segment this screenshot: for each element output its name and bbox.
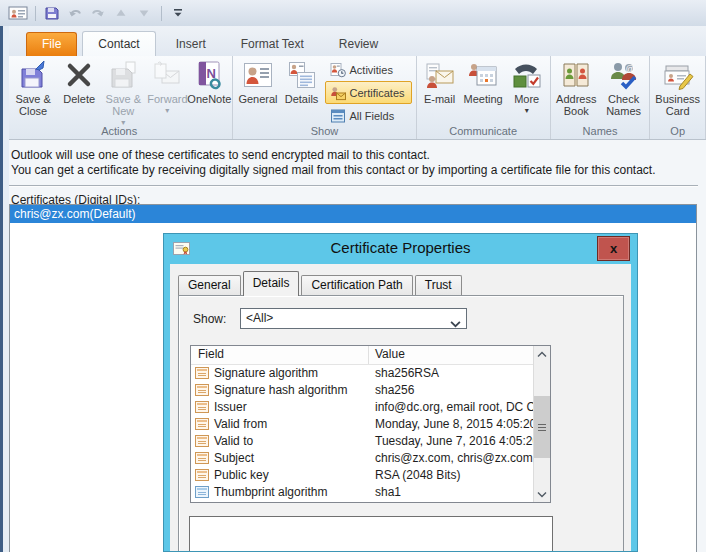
group-label: Actions [6, 125, 232, 137]
button-label: All Fields [350, 110, 395, 122]
more-icon [511, 59, 543, 91]
field-cell: Valid from [191, 417, 369, 431]
all-fields-button[interactable]: All Fields [325, 104, 412, 127]
save-close-icon [17, 59, 49, 91]
list-item[interactable]: chris@zx.com(Default) [10, 205, 696, 223]
field-cell: Valid to [191, 434, 369, 448]
field-value: RSA (2048 Bits) [369, 468, 534, 482]
down-arrow-icon [137, 6, 151, 20]
table-row[interactable]: Valid toTuesday, June 7, 2016 4:05:20... [191, 432, 534, 449]
table-row[interactable]: Valid fromMonday, June 8, 2015 4:05:20 .… [191, 415, 534, 432]
table-row[interactable]: Signature hash algorithmsha256 [191, 381, 534, 398]
outlook-contact-window: FileContactInsertFormat TextReview Save … [0, 0, 706, 552]
business-card-button[interactable]: Business Card [652, 57, 703, 123]
address-book-button[interactable]: Address Book [553, 57, 600, 123]
close-button[interactable]: x [597, 236, 630, 261]
dialog-tab-general[interactable]: General [178, 275, 241, 295]
save-icon [44, 5, 60, 21]
cert-field-icon [195, 452, 209, 464]
button-label: Meeting [464, 93, 503, 105]
table-row[interactable]: Public keyRSA (2048 Bits) [191, 466, 534, 483]
dialog-tab-details[interactable]: Details [243, 271, 300, 296]
quick-access-toolbar [0, 0, 706, 26]
details-icon [286, 59, 318, 91]
contact-card-icon [8, 5, 28, 21]
qat-save-button[interactable] [41, 3, 63, 23]
cert-field-icon [195, 384, 209, 396]
details-tab-pane: Show: <All> Field Value Signature algori… [178, 295, 624, 551]
dialog-title: Certificate Properties [164, 239, 637, 256]
show-dropdown-value: <All> [246, 311, 273, 325]
cert-prop-icon [195, 486, 209, 498]
table-row[interactable]: Subjectchris@zx.com, chris@zx.com [191, 449, 534, 466]
scroll-up-button[interactable] [534, 346, 550, 362]
field-name: Subject [214, 451, 254, 465]
scroll-down-button[interactable] [534, 486, 550, 502]
group-label: Names [551, 125, 650, 137]
info-line-1: Outlook will use one of these certificat… [11, 148, 706, 163]
all-fields-icon [330, 108, 346, 124]
button-label: Delete [63, 93, 95, 105]
details-button[interactable]: Details [281, 57, 323, 123]
button-label: Check Names [603, 93, 645, 117]
scroll-up-icon [537, 347, 547, 361]
dialog-tab-trust[interactable]: Trust [415, 275, 462, 295]
save-close-button[interactable]: Save & Close [8, 57, 58, 123]
table-scrollbar[interactable] [533, 346, 550, 502]
tab-format-text[interactable]: Format Text [226, 32, 319, 56]
qat-qat-menu-button[interactable] [167, 3, 189, 23]
field-value: Monday, June 8, 2015 4:05:20 ... [369, 417, 534, 431]
onenote-button[interactable]: NOneNote [188, 57, 230, 123]
delete-button[interactable]: Delete [58, 57, 100, 123]
meeting-button[interactable]: Meeting [461, 57, 506, 123]
tab-contact[interactable]: Contact [82, 31, 155, 56]
field-column-header[interactable]: Field [191, 346, 369, 364]
cert-field-icon [195, 367, 209, 379]
ribbon-tabs: FileContactInsertFormat TextReview [3, 26, 706, 56]
check-names-icon: @ [608, 59, 640, 91]
dialog-tab-certification-path[interactable]: Certification Path [301, 275, 412, 295]
general-icon [242, 59, 274, 91]
delete-icon [63, 59, 95, 91]
button-label: E-mail [424, 93, 455, 105]
separator-line [9, 185, 698, 187]
undo-icon [67, 5, 83, 21]
table-row[interactable]: Thumbprint algorithmsha1 [191, 483, 534, 500]
table-row[interactable]: Issuerinfo@dc.org, email root, DC Co... [191, 398, 534, 415]
field-value: chris@zx.com, chris@zx.com [369, 451, 534, 465]
button-label: Address Book [556, 93, 597, 117]
tab-review[interactable]: Review [324, 32, 393, 56]
value-column-header[interactable]: Value [369, 346, 534, 364]
forward-icon [151, 59, 183, 91]
cert-field-icon [195, 418, 209, 430]
check-names-button[interactable]: @Check Names [600, 57, 648, 123]
ribbon-group-op: Business CardOp [650, 56, 706, 139]
tab-file[interactable]: File [26, 32, 77, 56]
show-dropdown[interactable]: <All> [240, 308, 467, 329]
field-value: info@dc.org, email root, DC Co... [369, 400, 534, 414]
certificates-button[interactable]: Certificates [325, 81, 412, 104]
general-button[interactable]: General [235, 57, 280, 123]
save-new-icon [107, 59, 139, 91]
more-button[interactable]: More▾ [506, 57, 548, 123]
cert-field-icon [195, 469, 209, 481]
qat-contact-card-button[interactable] [7, 3, 29, 23]
field-name: Signature algorithm [214, 366, 318, 380]
cert-field-icon [195, 401, 209, 413]
button-label: Details [285, 93, 319, 105]
field-value: sha256 [369, 383, 534, 397]
e-mail-button[interactable]: E-mail [419, 57, 461, 123]
forward-button: Forward▾ [146, 57, 188, 123]
onenote-icon: N [193, 59, 225, 91]
info-line-2: You can get a certificate by receiving d… [11, 163, 706, 178]
table-row[interactable]: Signature algorithmsha256RSA [191, 364, 534, 381]
field-name: Thumbprint algorithm [214, 485, 327, 499]
ribbon-group-show: GeneralDetailsActivitiesCertificatesAll … [233, 56, 416, 139]
info-text: Outlook will use one of these certificat… [9, 140, 706, 178]
dialog-titlebar: Certificate Properties x [164, 234, 637, 264]
field-name: Valid to [214, 434, 253, 448]
scrollbar-thumb[interactable] [534, 396, 550, 458]
email-icon [424, 59, 456, 91]
tab-insert[interactable]: Insert [161, 32, 221, 56]
activities-button[interactable]: Activities [325, 58, 412, 81]
